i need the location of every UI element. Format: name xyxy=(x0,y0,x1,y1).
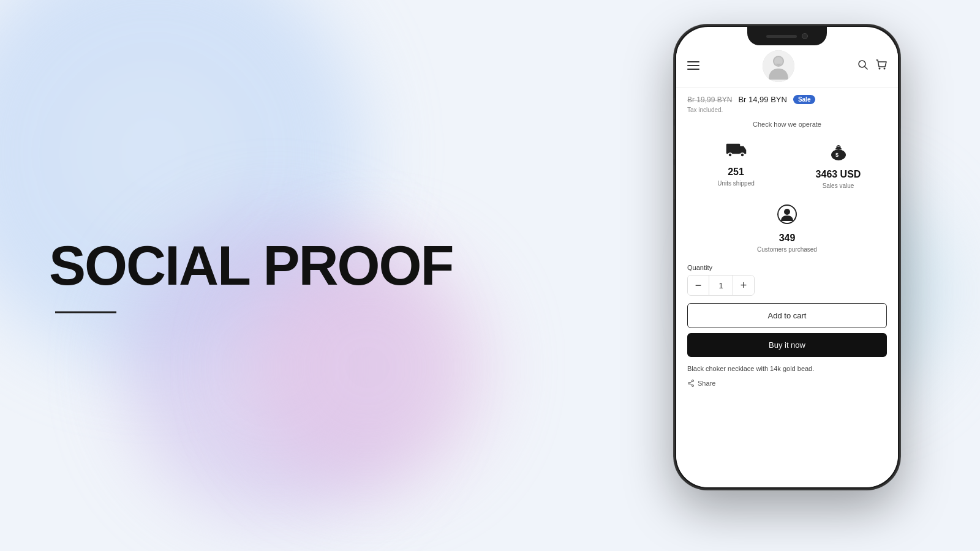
store-logo xyxy=(763,50,794,82)
svg-rect-1 xyxy=(687,65,699,66)
share-label: Share xyxy=(698,380,715,387)
phone-inner: Br 19,99 BYN Br 14,99 BYN Sale Tax inclu… xyxy=(676,27,898,487)
phone-notch xyxy=(747,27,827,45)
sales-label: Sales value xyxy=(823,182,854,189)
quantity-value: 1 xyxy=(709,276,733,295)
sale-price: Br 14,99 BYN xyxy=(738,95,787,104)
quantity-control: − 1 + xyxy=(687,275,755,296)
page-title: SOCIAL PROOF xyxy=(49,238,453,293)
units-label: Units shipped xyxy=(717,180,755,187)
sales-number: 3463 USD xyxy=(816,169,861,180)
phone-mockup: Br 19,99 BYN Br 14,99 BYN Sale Tax inclu… xyxy=(674,12,900,539)
price-row: Br 19,99 BYN Br 14,99 BYN Sale xyxy=(687,95,887,104)
phone-power-button xyxy=(900,129,900,178)
quantity-label: Quantity xyxy=(687,264,887,271)
svg-point-10 xyxy=(728,153,732,157)
svg-point-8 xyxy=(884,68,886,70)
check-operate-text: Check how we operate xyxy=(687,121,887,128)
svg-text:$: $ xyxy=(835,152,839,158)
phone-outer: Br 19,99 BYN Br 14,99 BYN Sale Tax inclu… xyxy=(674,24,900,490)
product-content: Br 19,99 BYN Br 14,99 BYN Sale Tax inclu… xyxy=(676,88,898,394)
add-to-cart-button[interactable]: Add to cart xyxy=(687,303,887,328)
svg-rect-2 xyxy=(687,69,699,70)
units-number: 251 xyxy=(728,167,744,178)
phone-vol-up-button xyxy=(674,126,674,159)
original-price: Br 19,99 BYN xyxy=(687,96,732,104)
app-header xyxy=(676,45,898,88)
title-divider xyxy=(55,312,116,313)
left-content: SOCIAL PROOF xyxy=(49,238,453,313)
truck-icon xyxy=(726,141,747,162)
svg-rect-0 xyxy=(687,61,699,62)
cart-icon[interactable] xyxy=(876,59,887,73)
svg-rect-9 xyxy=(726,144,740,154)
buy-now-button[interactable]: Buy it now xyxy=(687,333,887,357)
stats-grid: 251 Units shipped $ xyxy=(687,137,887,258)
stat-units-shipped: 251 Units shipped xyxy=(687,137,785,194)
svg-point-11 xyxy=(741,153,744,157)
money-bag-icon: $ xyxy=(829,141,848,164)
phone-vol-down-button xyxy=(674,165,674,199)
quantity-plus-button[interactable]: + xyxy=(733,276,754,295)
quantity-minus-button[interactable]: − xyxy=(688,276,709,295)
menu-icon[interactable] xyxy=(687,60,699,73)
notch-camera xyxy=(802,33,808,39)
svg-point-6 xyxy=(859,61,865,67)
customer-icon xyxy=(777,204,797,228)
customers-number: 349 xyxy=(779,233,796,244)
notch-speaker xyxy=(766,35,797,38)
screen-content: Br 19,99 BYN Br 14,99 BYN Sale Tax inclu… xyxy=(676,45,898,487)
search-icon[interactable] xyxy=(858,59,869,73)
header-icons xyxy=(858,59,887,73)
phone-silent-button xyxy=(674,98,674,119)
share-button[interactable]: Share xyxy=(687,380,887,387)
sale-badge: Sale xyxy=(793,95,816,104)
customers-label: Customers purchased xyxy=(757,246,817,253)
product-description: Black choker necklace with 14k gold bead… xyxy=(687,364,887,373)
svg-point-15 xyxy=(784,209,790,215)
svg-point-7 xyxy=(879,68,881,70)
tax-text: Tax included. xyxy=(687,107,887,113)
stat-customers: 349 Customers purchased xyxy=(687,199,887,258)
stat-sales-value: $ 3463 USD Sales value xyxy=(790,137,887,194)
